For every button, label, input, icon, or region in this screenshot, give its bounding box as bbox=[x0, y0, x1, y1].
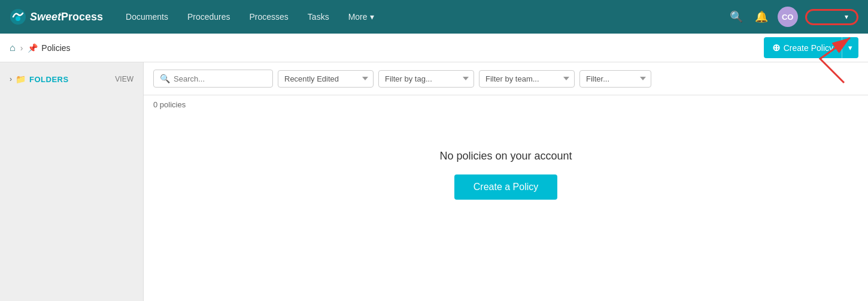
policies-count: 0 policies bbox=[144, 95, 868, 114]
brand-name: SweetProcess bbox=[30, 11, 103, 23]
breadcrumb-current: 📌 Policies bbox=[28, 43, 70, 53]
home-icon[interactable]: ⌂ bbox=[10, 43, 16, 53]
nav-documents[interactable]: Documents bbox=[117, 7, 177, 26]
empty-message: No policies on your account bbox=[439, 150, 572, 162]
create-a-policy-button[interactable]: Create a Policy bbox=[454, 174, 558, 200]
avatar-initials: CO bbox=[782, 13, 794, 22]
search-button[interactable]: 🔍 bbox=[727, 8, 745, 26]
account-label bbox=[815, 13, 841, 22]
search-input[interactable] bbox=[174, 74, 266, 83]
create-a-policy-label: Create a Policy bbox=[474, 182, 539, 192]
nav-tasks[interactable]: Tasks bbox=[299, 7, 338, 26]
create-policy-dropdown-button[interactable]: ▾ bbox=[842, 37, 858, 58]
chevron-right-icon: › bbox=[10, 75, 12, 83]
sidebar-folders-item[interactable]: › 📁 FOLDERS VIEW bbox=[0, 70, 143, 89]
create-policy-label: Create Policy bbox=[784, 43, 833, 53]
page-wrapper: SweetProcess Documents Procedures Proces… bbox=[0, 0, 868, 301]
svg-point-1 bbox=[16, 16, 20, 21]
breadcrumb-separator: › bbox=[20, 43, 23, 53]
policies-page-label: Policies bbox=[41, 43, 70, 53]
view-label[interactable]: VIEW bbox=[115, 75, 133, 83]
nav-processes[interactable]: Processes bbox=[241, 7, 297, 26]
search-box: 🔍 bbox=[153, 70, 273, 88]
nav-procedures[interactable]: Procedures bbox=[179, 7, 239, 26]
nav-right: 🔍 🔔 CO ▾ bbox=[727, 7, 858, 27]
dropdown-chevron-icon: ▾ bbox=[848, 43, 852, 52]
filter-by-tag-select[interactable]: Filter by tag... bbox=[378, 70, 474, 88]
brand-logo[interactable]: SweetProcess bbox=[10, 8, 103, 25]
filter-bar: 🔍 Recently Edited Filter by tag... Filte… bbox=[144, 62, 868, 95]
folders-label: FOLDERS bbox=[29, 75, 69, 84]
create-policy-wrapper: ⊕ Create Policy ▾ bbox=[764, 37, 858, 58]
create-policy-main-button[interactable]: ⊕ Create Policy bbox=[764, 37, 842, 58]
recently-edited-select[interactable]: Recently Edited bbox=[278, 70, 374, 88]
sidebar: › 📁 FOLDERS VIEW bbox=[0, 62, 144, 301]
chevron-down-icon: ▾ bbox=[370, 12, 374, 22]
breadcrumb-bar: ⌂ › 📌 Policies ⊕ Create Policy ▾ bbox=[0, 34, 868, 62]
nav-more[interactable]: More ▾ bbox=[340, 7, 383, 26]
account-menu[interactable]: ▾ bbox=[805, 9, 858, 25]
policies-page-icon: 📌 bbox=[28, 43, 38, 53]
nav-links: Documents Procedures Processes Tasks Mor… bbox=[117, 7, 727, 26]
filter-by-team-select[interactable]: Filter by team... bbox=[479, 70, 575, 88]
empty-state: No policies on your account Create a Pol… bbox=[144, 114, 868, 236]
breadcrumb: ⌂ › 📌 Policies bbox=[10, 43, 71, 53]
search-icon: 🔍 bbox=[160, 74, 170, 83]
folder-icon: 📁 bbox=[16, 74, 26, 84]
filter-select[interactable]: Filter... bbox=[579, 70, 651, 88]
plus-icon: ⊕ bbox=[772, 42, 780, 53]
notifications-button[interactable]: 🔔 bbox=[752, 8, 770, 26]
content-area: 🔍 Recently Edited Filter by tag... Filte… bbox=[144, 62, 868, 301]
main-layout: › 📁 FOLDERS VIEW 🔍 Recently Edited Filte… bbox=[0, 62, 868, 301]
navbar: SweetProcess Documents Procedures Proces… bbox=[0, 0, 868, 34]
sweetprocess-icon bbox=[10, 8, 26, 25]
policies-count-text: 0 policies bbox=[153, 100, 186, 109]
account-chevron-icon: ▾ bbox=[845, 13, 848, 21]
avatar[interactable]: CO bbox=[778, 7, 798, 27]
nav-more-label: More bbox=[348, 12, 368, 22]
